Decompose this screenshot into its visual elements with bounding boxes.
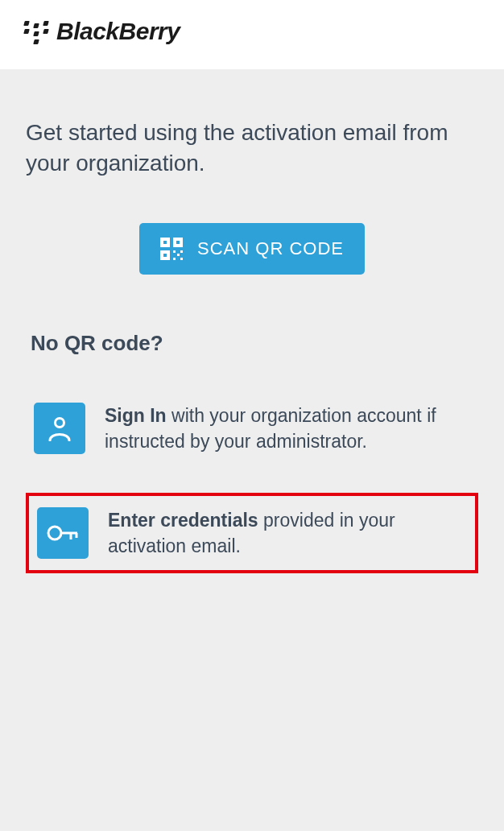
intro-text: Get started using the activation email f… bbox=[26, 118, 478, 179]
blackberry-logo-icon bbox=[24, 21, 48, 42]
person-icon bbox=[34, 403, 85, 454]
app-header: BlackBerry bbox=[0, 0, 504, 69]
option-enter-credentials-text: Enter credentials provided in your activ… bbox=[108, 507, 467, 559]
option-sign-in-text: Sign In with your organization account i… bbox=[105, 403, 470, 454]
brand-wordmark: BlackBerry bbox=[56, 18, 180, 45]
svg-point-0 bbox=[56, 418, 64, 427]
scan-button-wrap: SCAN QR CODE bbox=[26, 223, 478, 275]
no-qr-heading: No QR code? bbox=[31, 331, 478, 356]
main-content: Get started using the activation email f… bbox=[0, 69, 504, 831]
qr-code-icon bbox=[160, 238, 183, 260]
option-enter-credentials-strong: Enter credentials bbox=[108, 510, 258, 531]
option-sign-in-strong: Sign In bbox=[105, 405, 167, 426]
scan-qr-button-label: SCAN QR CODE bbox=[197, 238, 344, 259]
svg-point-1 bbox=[48, 527, 61, 539]
option-sign-in[interactable]: Sign In with your organization account i… bbox=[26, 396, 478, 461]
option-enter-credentials[interactable]: Enter credentials provided in your activ… bbox=[26, 493, 478, 573]
scan-qr-button[interactable]: SCAN QR CODE bbox=[139, 223, 365, 275]
key-icon bbox=[37, 507, 89, 559]
